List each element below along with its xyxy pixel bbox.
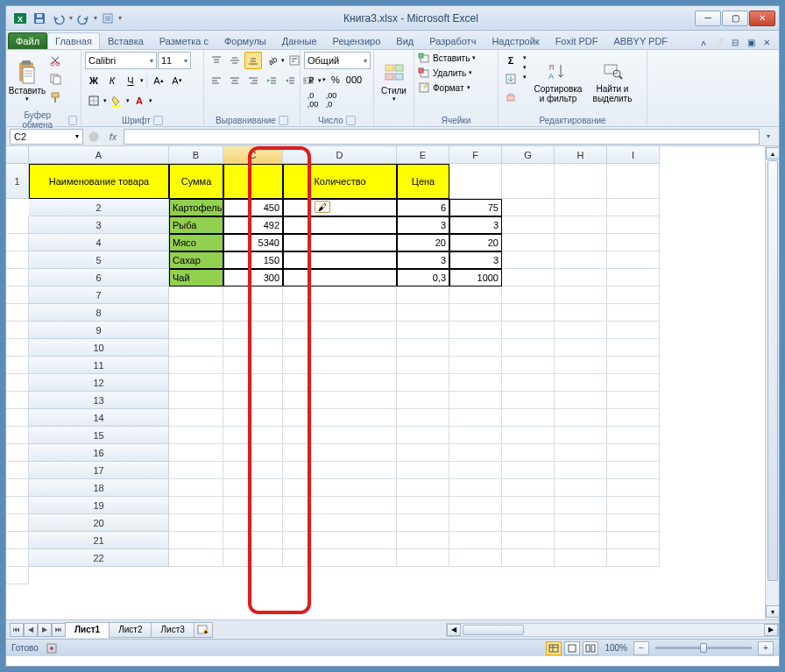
cell-H12[interactable] [607,374,660,392]
cell-H10[interactable] [607,339,660,357]
cell-E11[interactable] [449,357,502,374]
dec-dec-icon[interactable]: ,00,0 [322,91,340,109]
tab-foxit[interactable]: Foxit PDF [548,32,606,49]
align-center-icon[interactable] [226,72,244,89]
cell-A6[interactable]: Чай [169,269,223,286]
cell-I2[interactable] [6,216,29,234]
cell-C1[interactable] [223,164,283,199]
align-bot-icon[interactable] [244,52,262,69]
cell-E14[interactable] [449,409,502,427]
cell-B4[interactable]: 5340 [223,234,283,251]
cell-E9[interactable] [449,322,502,339]
cell-G22[interactable] [555,549,607,567]
cell-E3[interactable]: 3 [449,216,502,234]
cell-G10[interactable] [555,339,607,357]
cell-E1[interactable]: Цена [397,164,449,199]
cell-G16[interactable] [555,444,607,462]
cell-B9[interactable] [223,322,283,339]
cell-I15[interactable] [6,444,29,462]
row-header-18[interactable]: 18 [29,479,169,497]
cell-C17[interactable] [283,462,397,479]
cell-H16[interactable] [607,444,660,462]
cell-F13[interactable] [502,392,555,409]
paste-button[interactable]: Вставить ▾ [10,52,45,110]
align-left-icon[interactable] [208,72,225,89]
row-header-19[interactable]: 19 [29,497,169,514]
cell-F15[interactable] [502,427,555,444]
cell-A1[interactable]: Наименование товара [29,164,169,199]
row-header-4[interactable]: 4 [29,234,169,251]
cell-C10[interactable] [283,339,397,357]
align-dialog-icon[interactable] [279,116,288,125]
save-icon[interactable] [31,10,48,27]
cell-E2[interactable]: 75 [449,199,502,216]
fill-icon[interactable] [502,70,520,88]
cell-B15[interactable] [223,427,283,444]
cell-H9[interactable] [607,322,660,339]
cell-H13[interactable] [607,392,660,409]
tab-view[interactable]: Вид [388,32,421,49]
zoom-slider[interactable] [655,647,752,649]
format-cells-button[interactable]: Формат [433,83,464,93]
cell-F5[interactable] [502,251,555,269]
cell-G12[interactable] [555,374,607,392]
cell-I13[interactable] [6,409,29,427]
cell-A19[interactable] [169,497,223,514]
cell-A9[interactable] [169,322,223,339]
cell-F11[interactable] [502,357,555,374]
cell-I7[interactable] [6,304,29,322]
col-header-E[interactable]: E [397,146,449,164]
cell-C16[interactable] [283,444,397,462]
cell-H8[interactable] [607,304,660,322]
row-header-5[interactable]: 5 [29,251,169,269]
row-header-21[interactable]: 21 [29,532,169,549]
col-header-H[interactable]: H [555,146,607,164]
cell-F7[interactable] [502,286,555,304]
cell-I20[interactable] [6,532,29,549]
row-header-13[interactable]: 13 [29,392,169,409]
view-pagebreak-icon[interactable] [583,641,598,655]
cell-H19[interactable] [607,497,660,514]
italic-button[interactable]: К [103,72,121,89]
cell-D16[interactable] [397,444,449,462]
percent-icon[interactable]: % [327,71,344,88]
cell-I10[interactable] [6,357,29,374]
styles-button[interactable]: Стили ▾ [378,52,410,110]
cell-H15[interactable] [607,427,660,444]
col-header-A[interactable]: A [29,146,169,164]
grid[interactable]: ABCDEFGHI1Наименование товараСуммаКоличе… [6,146,779,584]
cell-A17[interactable] [169,462,223,479]
cell-D1[interactable]: Количество [283,164,397,199]
tab-dev[interactable]: Разработч [421,32,484,49]
font-color-icon[interactable]: A [131,92,148,110]
cell-I19[interactable] [6,514,29,532]
cell-B14[interactable] [223,409,283,427]
cell-E22[interactable] [449,549,502,567]
cell-G3[interactable] [555,216,607,234]
cell-F16[interactable] [502,444,555,462]
macro-rec-icon[interactable] [46,642,58,654]
cell-F2[interactable] [502,199,555,216]
cell-I6[interactable] [6,286,29,304]
restore-icon[interactable]: ▣ [744,35,758,49]
cell-G21[interactable] [555,532,607,549]
col-header-I[interactable]: I [607,146,660,164]
cell-E6[interactable]: 1000 [449,269,502,286]
font-name[interactable]: Calibri▾ [85,52,157,69]
format-painter-icon[interactable] [46,88,64,106]
vertical-scrollbar[interactable]: ▴ ▾ [765,146,779,619]
sheet-tab-2[interactable]: Лист2 [109,622,152,638]
cell-C4[interactable] [283,234,397,251]
col-header-C[interactable]: C [223,146,283,164]
cell-G4[interactable] [555,234,607,251]
cell-I4[interactable] [6,251,29,269]
cell-D13[interactable] [397,392,449,409]
cell-D14[interactable] [397,409,449,427]
cell-G19[interactable] [555,497,607,514]
cell-E12[interactable] [449,374,502,392]
cell-I11[interactable] [6,374,29,392]
sort-filter-button[interactable]: ЯА Сортировка и фильтр [530,52,586,110]
cell-B16[interactable] [223,444,283,462]
clipboard-dialog-icon[interactable] [68,116,77,125]
cell-C21[interactable] [283,532,397,549]
